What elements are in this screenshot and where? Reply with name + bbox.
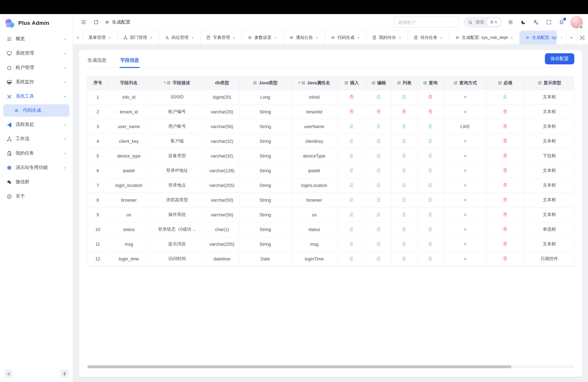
cell-column_comment[interactable]: 浏览器类型: [149, 193, 205, 207]
horizontal-scrollbar-thumb[interactable]: [87, 365, 512, 368]
cell-query_type[interactable]: =: [444, 105, 487, 119]
cell-query[interactable]: 是: [417, 163, 444, 178]
tabs-scroll-right-button[interactable]: [557, 31, 567, 44]
cell-query_type[interactable]: LIKE: [444, 119, 487, 134]
cell-column_comment[interactable]: 租户编号: [149, 105, 205, 119]
cell-java_type[interactable]: Date: [239, 252, 291, 266]
cell-java_field[interactable]: msg: [291, 237, 337, 252]
cell-query[interactable]: 否: [417, 90, 444, 105]
cell-java_type[interactable]: String: [239, 237, 291, 252]
cell-list[interactable]: 是: [391, 163, 417, 178]
cell-required[interactable]: 否: [487, 178, 523, 193]
cell-java_type[interactable]: String: [239, 105, 291, 119]
cell-query[interactable]: 是: [417, 193, 444, 207]
cell-html_type[interactable]: 日期控件: [523, 252, 574, 266]
sidebar-item[interactable]: 微信群: [3, 175, 70, 189]
config-tab[interactable]: 字段信息: [120, 55, 140, 67]
cell-edit[interactable]: 是: [366, 222, 391, 237]
close-icon[interactable]: [191, 36, 195, 39]
cell-list[interactable]: 是: [391, 90, 417, 105]
cell-query[interactable]: 是: [417, 207, 444, 222]
cell-insert[interactable]: 是: [337, 178, 366, 193]
cell-edit[interactable]: 是: [366, 252, 391, 266]
page-tab[interactable]: 菜单管理: [83, 31, 118, 44]
cell-query[interactable]: 是: [417, 222, 444, 237]
cell-column_comment[interactable]: 用户账号: [149, 119, 205, 134]
cell-query_type[interactable]: =: [444, 193, 487, 207]
cell-list[interactable]: 是: [391, 178, 417, 193]
settings-button[interactable]: [507, 18, 514, 26]
cell-column_comment[interactable]: 登录IP地址: [149, 163, 205, 178]
cell-java_field[interactable]: browser: [291, 193, 337, 207]
cell-insert[interactable]: 是: [337, 149, 366, 163]
page-tab[interactable]: 生成配置: sys_lo: [520, 31, 557, 44]
cell-query_type[interactable]: =: [444, 149, 487, 163]
cell-insert[interactable]: 是: [337, 193, 366, 207]
sidebar-item[interactable]: 关于: [3, 190, 70, 203]
cell-query_type[interactable]: =: [444, 237, 487, 252]
cell-insert[interactable]: 是: [337, 252, 366, 266]
cell-required[interactable]: 否: [487, 163, 523, 178]
cell-required[interactable]: 是: [487, 90, 523, 105]
cell-edit[interactable]: 是: [366, 237, 391, 252]
fullscreen-button[interactable]: [545, 18, 553, 26]
cell-java_type[interactable]: String: [239, 207, 291, 222]
tabs-scroll-left-button[interactable]: [73, 31, 83, 44]
cell-column_comment[interactable]: 登录地点: [149, 178, 205, 193]
page-tab[interactable]: 生成配置: sys_role_dept: [449, 31, 520, 44]
cell-insert[interactable]: 否: [337, 105, 366, 119]
cell-required[interactable]: 否: [487, 149, 523, 163]
cell-java_field[interactable]: status: [291, 222, 337, 237]
cell-html_type[interactable]: 文本框: [523, 163, 574, 178]
page-tab[interactable]: 字典管理: [201, 31, 242, 44]
cell-insert[interactable]: 是: [337, 207, 366, 222]
cell-query[interactable]: 是: [417, 134, 444, 149]
cell-html_type[interactable]: 文本框: [523, 207, 574, 222]
cell-html_type[interactable]: 下拉框: [523, 149, 574, 163]
tabs-dropdown-button[interactable]: [567, 31, 576, 44]
cell-html_type[interactable]: 文本框: [523, 90, 574, 105]
cell-query_type[interactable]: =: [444, 252, 487, 266]
cell-java_field[interactable]: infoId: [291, 90, 337, 105]
cell-html_type[interactable]: 单选框: [523, 222, 574, 237]
sidebar-item[interactable]: 工作流: [3, 132, 70, 146]
cell-java_type[interactable]: String: [239, 119, 291, 134]
cell-query[interactable]: 是: [417, 149, 444, 163]
sidebar-item[interactable]: 我的任务: [3, 147, 70, 160]
cell-edit[interactable]: 是: [366, 193, 391, 207]
content-maximize-button[interactable]: [576, 31, 588, 44]
cell-java_type[interactable]: String: [239, 134, 291, 149]
cell-java_field[interactable]: userName: [291, 119, 337, 134]
cell-required[interactable]: 否: [487, 237, 523, 252]
cell-column_comment[interactable]: 访问ID: [149, 90, 205, 105]
sidebar-item[interactable]: 租户管理: [3, 61, 70, 74]
cell-html_type[interactable]: 文本框: [523, 105, 574, 119]
cell-edit[interactable]: 是: [366, 163, 391, 178]
cell-java_field[interactable]: os: [291, 207, 337, 222]
cell-column_comment[interactable]: 提示消息: [149, 237, 205, 252]
cell-html_type[interactable]: 文本框: [523, 193, 574, 207]
page-tab[interactable]: 参数设置: [242, 31, 284, 44]
sidebar-collapse-button[interactable]: [4, 370, 13, 378]
cell-insert[interactable]: 是: [337, 237, 366, 252]
page-tab[interactable]: 待办任务: [408, 31, 449, 44]
theme-toggle-button[interactable]: [519, 18, 527, 26]
cell-query[interactable]: 是: [417, 178, 444, 193]
cell-java_type[interactable]: String: [239, 149, 291, 163]
sidebar-toggle-button[interactable]: [80, 18, 87, 26]
global-search-button[interactable]: 搜索 ⌘ K: [463, 17, 502, 28]
close-icon[interactable]: [510, 36, 514, 39]
cell-column_comment[interactable]: 访问时间: [149, 252, 205, 266]
close-icon[interactable]: [149, 36, 153, 39]
cell-java_type[interactable]: String: [239, 163, 291, 178]
sidebar-item[interactable]: 演示站专用功能: [3, 161, 70, 174]
cell-query_type[interactable]: =: [444, 134, 487, 149]
close-icon[interactable]: [357, 36, 361, 39]
cell-query_type[interactable]: =: [444, 178, 487, 193]
cell-required[interactable]: 否: [487, 119, 523, 134]
cell-java_field[interactable]: tenantId: [291, 105, 337, 119]
cell-query_type[interactable]: =: [444, 90, 487, 105]
cell-java_field[interactable]: loginTime: [291, 252, 337, 266]
close-icon[interactable]: [440, 36, 444, 39]
cell-query[interactable]: 是: [417, 119, 444, 134]
